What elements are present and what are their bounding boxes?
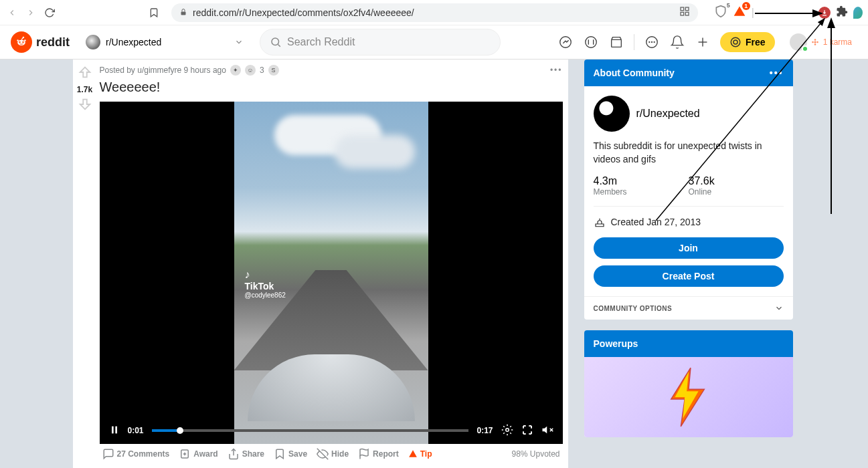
svg-point-28 [733, 40, 737, 44]
join-button[interactable]: Join [594, 237, 784, 259]
upvote-button[interactable] [78, 65, 92, 82]
community-name[interactable]: r/Unexpected [636, 108, 700, 120]
save-button[interactable]: Save [274, 448, 307, 460]
popular-icon[interactable] [557, 34, 574, 50]
cake-icon [594, 216, 606, 228]
brave-extension-icon[interactable]: 1 [733, 5, 746, 21]
post-meta: Posted by u/gimmefyre 9 hours ago ✦ ☺3 S… [100, 65, 563, 76]
share-button[interactable]: Share [228, 448, 264, 460]
svg-rect-0 [181, 11, 186, 15]
tip-button[interactable]: Tip [408, 449, 432, 459]
svg-point-11 [22, 41, 24, 43]
video-progress-bar[interactable] [152, 429, 469, 432]
svg-point-16 [272, 38, 279, 45]
svg-point-15 [23, 37, 25, 39]
back-button[interactable] [5, 6, 19, 19]
posted-by-text[interactable]: Posted by u/gimmefyre 9 hours ago [100, 66, 226, 75]
award-button[interactable]: Award [179, 448, 218, 460]
profile-extension-icon[interactable] [853, 7, 863, 19]
chat-icon[interactable] [644, 34, 660, 50]
report-button[interactable]: Report [358, 448, 399, 460]
bookmark-icon[interactable] [147, 6, 161, 19]
svg-point-12 [24, 39, 25, 41]
coin-icon[interactable] [583, 34, 599, 50]
card-overflow-menu[interactable]: ••• [770, 68, 784, 78]
svg-rect-20 [612, 39, 622, 47]
svg-point-23 [652, 42, 653, 43]
online-count: 37.6k [689, 175, 784, 187]
search-input[interactable]: Search Reddit [260, 29, 501, 55]
karma-text: 1 karma [823, 37, 852, 47]
hide-button[interactable]: Hide [317, 448, 349, 460]
svg-point-33 [816, 41, 818, 43]
svg-point-22 [649, 42, 650, 43]
award-icon[interactable]: ☺ [245, 65, 256, 76]
reddit-header: reddit r/Unexpected Search Reddit Free 1… [0, 25, 868, 60]
community-description: This subreddit is for unexpected twists … [594, 140, 784, 166]
svg-line-17 [278, 44, 280, 46]
svg-rect-2 [685, 7, 689, 11]
reddit-logo[interactable]: reddit [11, 31, 70, 53]
members-count: 4.3m [594, 175, 689, 187]
free-coins-button[interactable]: Free [720, 32, 775, 52]
svg-point-9 [17, 40, 25, 45]
award-icon[interactable]: ✦ [230, 65, 241, 76]
comments-button[interactable]: 27 Comments [102, 448, 170, 460]
settings-icon[interactable] [501, 424, 513, 438]
karma-flower-icon [811, 38, 819, 46]
extension-area: 5 1 | [714, 5, 863, 21]
create-post-button[interactable]: Create Post [594, 265, 784, 287]
svg-point-19 [586, 37, 597, 48]
page-background: 1.7k Posted by u/gimmefyre 9 hours ago ✦… [0, 60, 868, 468]
volume-icon[interactable] [541, 424, 553, 438]
search-placeholder: Search Reddit [287, 36, 355, 48]
svg-point-30 [814, 39, 816, 41]
video-time-total: 0:17 [476, 426, 493, 435]
community-options-toggle[interactable]: COMMUNITY OPTIONS [584, 296, 793, 320]
shop-icon[interactable] [608, 34, 624, 50]
svg-point-32 [812, 41, 814, 43]
powerups-body[interactable] [584, 357, 793, 437]
vote-count: 1.7k [77, 85, 92, 94]
award-icon[interactable]: S [268, 65, 279, 76]
svg-point-13 [17, 39, 19, 41]
reddit-wordmark: reddit [36, 35, 70, 49]
svg-rect-35 [115, 426, 117, 433]
downloader-extension-icon[interactable] [818, 7, 831, 19]
url-text: reddit.com/r/Unexpected/comments/ox2fv4/… [193, 7, 679, 18]
video-controls: 0:01 0:17 [100, 417, 563, 444]
reload-button[interactable] [43, 6, 56, 19]
svg-point-36 [505, 428, 509, 431]
qr-icon[interactable] [679, 6, 690, 19]
pause-button[interactable] [109, 425, 120, 437]
shield-extension-icon[interactable]: 5 [714, 5, 727, 21]
search-icon [270, 36, 282, 48]
user-menu[interactable]: 1 karma [784, 33, 857, 51]
downvote-button[interactable] [78, 97, 92, 114]
svg-marker-46 [409, 450, 417, 457]
forward-button[interactable] [24, 6, 37, 19]
svg-point-29 [814, 41, 816, 43]
post-overflow-menu[interactable]: ••• [550, 66, 563, 75]
subreddit-avatar-icon [86, 35, 100, 49]
svg-rect-1 [681, 7, 684, 11]
svg-rect-3 [681, 12, 684, 15]
post-card: 1.7k Posted by u/gimmefyre 9 hours ago ✦… [73, 60, 568, 468]
reddit-logo-icon [11, 31, 32, 53]
svg-point-31 [814, 43, 816, 45]
video-player[interactable]: ♪ TikTok @codylee862 0:01 0:17 [100, 102, 563, 444]
community-avatar-icon [594, 96, 630, 132]
notifications-icon[interactable] [669, 34, 685, 50]
address-bar[interactable]: reddit.com/r/Unexpected/comments/ox2fv4/… [171, 3, 698, 22]
extensions-icon[interactable] [836, 5, 848, 20]
svg-rect-4 [685, 12, 689, 15]
video-frame: ♪ TikTok @codylee862 [234, 102, 428, 444]
subreddit-dropdown[interactable]: r/Unexpected [78, 30, 252, 54]
subreddit-name: r/Unexpected [106, 37, 229, 47]
fullscreen-icon[interactable] [521, 424, 533, 438]
svg-point-10 [19, 41, 21, 43]
vote-column: 1.7k [73, 60, 97, 468]
post-title: Weeeeee! [100, 80, 563, 95]
create-post-icon[interactable] [695, 34, 711, 50]
svg-point-27 [731, 37, 740, 47]
